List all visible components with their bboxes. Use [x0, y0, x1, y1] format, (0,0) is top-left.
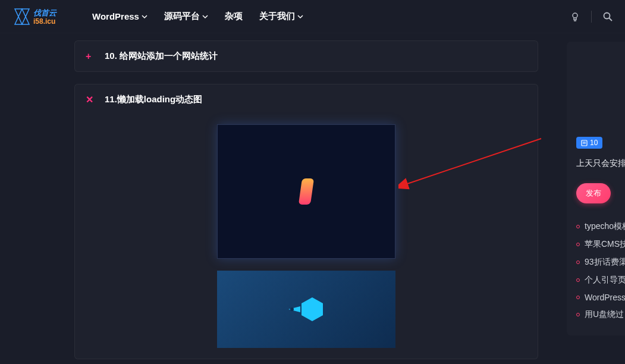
svg-text:i58.icu: i58.icu — [33, 17, 55, 26]
bullet-icon — [576, 261, 580, 264]
loading-demo-image-1[interactable] — [217, 124, 395, 259]
accordion-title: 11.懒加载loading动态图 — [105, 94, 202, 105]
bullet-icon — [576, 278, 580, 282]
nav-label: WordPress — [92, 11, 139, 21]
sidebar-quote: 上天只会安排的 — [576, 158, 625, 169]
link-text: 93折话费渠 — [585, 257, 625, 268]
post-count-badge[interactable]: 10 — [576, 137, 602, 149]
accordion-item-11: ✕ 11.懒加载loading动态图 — [74, 84, 538, 359]
logo-icon: 伐首云 i58.icu — [12, 7, 68, 26]
sidebar-link-list: typecho模板 苹果CMS技 93折话费渠 个人引导页 WordPress … — [576, 218, 625, 324]
nav-wordpress[interactable]: WordPress — [92, 11, 147, 22]
svg-point-2 — [573, 13, 577, 18]
bullet-icon — [576, 313, 580, 316]
nav-misc[interactable]: 杂项 — [225, 11, 243, 22]
sidebar: 10 上天只会安排的 发布 typecho模板 苹果CMS技 93折话费渠 个人… — [567, 42, 625, 335]
bullet-icon — [576, 296, 580, 299]
main-content: + 10. 给网站添加一个网站统计 ✕ 11.懒加载loading动态图 — [0, 40, 541, 364]
close-icon: ✕ — [86, 94, 94, 105]
list-item[interactable]: 个人引导页 — [576, 271, 625, 289]
accordion-body — [75, 115, 538, 359]
search-button[interactable] — [602, 11, 613, 22]
list-item[interactable]: 93折话费渠 — [576, 253, 625, 271]
accordion-item-10: + 10. 给网站添加一个网站统计 — [74, 40, 538, 72]
list-item[interactable]: typecho模板 — [576, 218, 625, 236]
search-icon — [602, 11, 613, 22]
loading-demo-image-2[interactable] — [217, 271, 395, 348]
bullet-icon — [576, 243, 580, 246]
accordion-toggle-11[interactable]: ✕ 11.懒加载loading动态图 — [75, 84, 538, 115]
list-item[interactable]: WordPress — [576, 289, 625, 306]
list-item[interactable]: 用U盘绕过 — [576, 306, 625, 324]
badge-count: 10 — [590, 139, 598, 147]
nav-about[interactable]: 关于我们 — [259, 11, 303, 22]
publish-button[interactable]: 发布 — [576, 183, 611, 203]
loading-gradient-shape — [299, 178, 314, 205]
plus-icon: + — [86, 51, 94, 62]
document-icon — [581, 140, 588, 146]
list-item[interactable]: 苹果CMS技 — [576, 236, 625, 253]
nav-label: 源码平台 — [164, 11, 200, 22]
accordion-title: 10. 给网站添加一个网站统计 — [105, 51, 218, 62]
lightbulb-icon — [570, 11, 580, 22]
theme-toggle[interactable] — [570, 11, 580, 22]
chevron-down-icon — [297, 14, 303, 20]
site-logo[interactable]: 伐首云 i58.icu — [12, 7, 68, 26]
link-text: typecho模板 — [585, 221, 625, 232]
bullet-icon — [576, 225, 580, 228]
link-text: 个人引导页 — [585, 275, 625, 285]
nav-source[interactable]: 源码平台 — [164, 11, 208, 22]
link-text: 苹果CMS技 — [585, 239, 625, 250]
chevron-down-icon — [142, 14, 147, 20]
rocket-hexagon-icon — [282, 291, 330, 327]
svg-point-7 — [290, 307, 294, 311]
header-actions — [570, 11, 613, 23]
svg-marker-6 — [301, 297, 323, 321]
svg-line-5 — [610, 18, 613, 21]
svg-point-4 — [604, 12, 610, 18]
accordion-toggle-10[interactable]: + 10. 给网站添加一个网站统计 — [75, 41, 538, 71]
link-text: 用U盘绕过 — [585, 309, 624, 320]
svg-text:伐首云: 伐首云 — [33, 8, 57, 17]
nav-label: 杂项 — [225, 11, 243, 22]
main-nav: WordPress 源码平台 杂项 关于我们 — [92, 11, 303, 22]
nav-label: 关于我们 — [259, 11, 295, 22]
divider — [591, 11, 592, 23]
chevron-down-icon — [202, 14, 208, 20]
site-header: 伐首云 i58.icu WordPress 源码平台 杂项 关于我们 — [0, 0, 625, 33]
link-text: WordPress — [585, 293, 625, 302]
